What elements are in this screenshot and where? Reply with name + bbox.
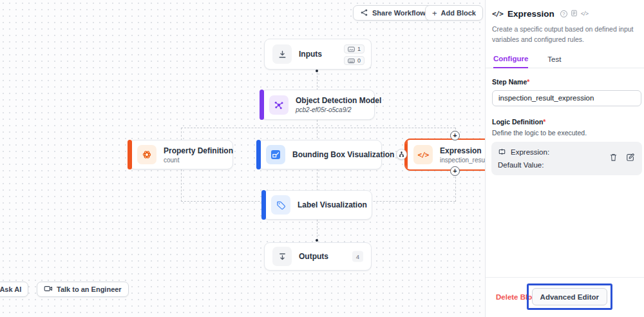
add-block-button[interactable]: + Add Block: [425, 5, 483, 21]
property-definition-icon: [137, 145, 156, 164]
accent-bar: [128, 140, 132, 169]
expression-code-icon: </>: [492, 10, 503, 18]
workflow-editor: Share Workflow + Add Block Inputs 1 0: [0, 0, 644, 317]
logic-definition-label: Logic Definition*: [492, 118, 644, 126]
node-object-detection-model[interactable]: Object Detection Model pcb2-ef05r-o5ca9/…: [261, 90, 375, 120]
outputs-icon: [272, 247, 292, 266]
hierarchy-icon: [398, 151, 405, 158]
connector-dot: [316, 239, 318, 242]
logic-expression-label: Expression:: [511, 148, 549, 156]
node-bbox-title: Bounding Box Visualization: [292, 150, 394, 159]
bounding-box-icon: [266, 145, 285, 164]
help-question-icon[interactable]: ?: [560, 10, 567, 17]
node-expression-title: Expression: [440, 146, 485, 155]
connector: [181, 128, 455, 128]
share-workflow-button[interactable]: Share Workflow: [353, 5, 433, 21]
panel-description: Create a specific output based on define…: [492, 24, 644, 45]
code-icon[interactable]: </>: [581, 11, 588, 17]
node-odm-title: Object Detection Model: [296, 96, 381, 105]
panel-tabs: Configure Test: [486, 52, 644, 68]
block-config-panel: </> Expression ? </> Create a specific o…: [485, 0, 644, 317]
video-camera-icon: [44, 285, 53, 294]
step-name-label: Step Name*: [492, 78, 644, 86]
connector-dot: [316, 70, 318, 72]
logic-definition-card[interactable]: Expression: Default Value:: [491, 142, 642, 175]
advanced-editor-highlight: Advanced Editor: [527, 283, 612, 310]
add-block-label: Add Block: [441, 9, 476, 17]
talk-to-engineer-label: Talk to an Engineer: [57, 285, 122, 293]
keyboard-icon: [348, 58, 355, 64]
share-workflow-label: Share Workflow: [372, 9, 426, 17]
model-network-icon: [269, 95, 289, 115]
node-inputs[interactable]: Inputs 1 0: [264, 39, 372, 70]
required-asterisk: *: [527, 78, 529, 86]
accent-bar: [261, 190, 266, 220]
plus-icon: +: [432, 8, 437, 18]
tab-configure[interactable]: Configure: [493, 55, 528, 68]
tab-test[interactable]: Test: [547, 55, 561, 68]
node-property-title: Property Definition: [164, 146, 233, 155]
expression-code-icon: </>: [413, 145, 433, 164]
images-count-badge: 1: [344, 44, 365, 53]
panel-header: </> Expression ? </>: [486, 0, 644, 19]
node-inputs-title: Inputs: [299, 50, 322, 59]
connector: [181, 169, 182, 202]
inputs-download-icon: [272, 44, 292, 64]
node-outputs[interactable]: Outputs 4: [264, 242, 372, 271]
image-icon: [348, 46, 355, 52]
node-outputs-title: Outputs: [299, 252, 328, 261]
delete-expression-icon[interactable]: [609, 153, 618, 164]
accent-bar: [256, 140, 261, 169]
outputs-count-badge: 4: [352, 251, 363, 262]
share-icon: [360, 8, 368, 18]
accent-bar: [260, 90, 264, 120]
connector: [455, 173, 456, 202]
node-expression-subtitle: inspection_result_expression: [440, 157, 485, 164]
connector: [181, 128, 182, 140]
talk-to-engineer-button[interactable]: Talk to an Engineer: [37, 282, 129, 297]
logic-definition-help: Define the logic to be executed.: [492, 129, 644, 137]
label-tag-icon: [271, 195, 290, 215]
node-property-definition[interactable]: Property Definition count: [129, 140, 233, 169]
node-label-title: Label Visualization: [298, 200, 367, 209]
selection-brackets-icon: [498, 148, 506, 157]
connector: [317, 220, 317, 240]
panel-footer: Delete Block Advanced Editor: [486, 277, 644, 317]
node-property-subtitle: count: [164, 157, 233, 164]
docs-icon[interactable]: [571, 8, 578, 19]
node-expression[interactable]: </> Expression inspection_result_express…: [404, 139, 485, 171]
node-label-visualization[interactable]: Label Visualization: [263, 190, 372, 220]
parameters-count-badge: 0: [344, 56, 365, 65]
required-asterisk: *: [543, 118, 545, 126]
node-bounding-box-visualization[interactable]: Bounding Box Visualization: [258, 140, 382, 169]
panel-title: Expression: [507, 9, 554, 19]
add-downstream-button[interactable]: +: [450, 166, 460, 176]
edit-expression-icon[interactable]: [626, 153, 635, 164]
ask-ai-label: Ask AI: [0, 285, 21, 293]
workflow-canvas[interactable]: Share Workflow + Add Block Inputs 1 0: [0, 0, 485, 317]
step-name-input[interactable]: [492, 90, 641, 106]
node-odm-model-id: pcb2-ef05r-o5ca9/2: [296, 106, 381, 113]
connection-handle[interactable]: [396, 149, 407, 160]
add-upstream-button[interactable]: +: [450, 131, 460, 140]
advanced-editor-button[interactable]: Advanced Editor: [532, 288, 607, 305]
ask-ai-button[interactable]: ✦ Ask AI: [0, 282, 28, 297]
connector: [317, 70, 317, 90]
